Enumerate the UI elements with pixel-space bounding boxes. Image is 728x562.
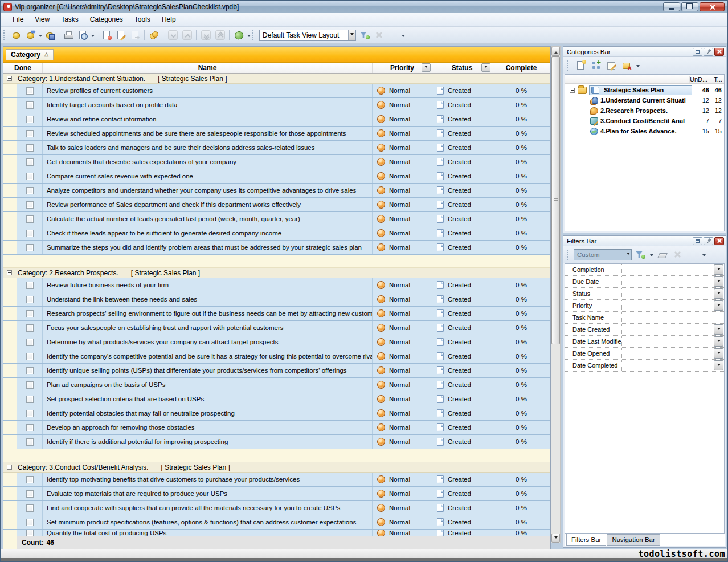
done-checkbox[interactable] — [26, 144, 34, 152]
filter-preset-dropdown[interactable] — [625, 250, 631, 260]
task-row[interactable]: Get documents that describe sales expect… — [3, 155, 550, 169]
done-checkbox[interactable] — [26, 116, 34, 123]
close-button[interactable] — [700, 2, 725, 11]
collapse-icon[interactable] — [570, 88, 575, 93]
task-row[interactable]: Analyze competitors and understand wheth… — [3, 184, 550, 198]
task-row[interactable]: Identify top-motivating benefits that dr… — [3, 473, 550, 487]
filters-restore-button[interactable] — [693, 237, 702, 245]
assign-task-button[interactable] — [147, 28, 161, 42]
done-checkbox[interactable] — [26, 424, 34, 431]
task-row[interactable]: Set minimum product specifications (feat… — [3, 515, 550, 530]
apply-layout-button[interactable] — [358, 28, 371, 42]
toolbar-grip-2[interactable] — [252, 30, 255, 40]
task-row[interactable]: Review and refine contact information No… — [3, 112, 550, 127]
new-subcategory-button[interactable] — [589, 59, 603, 72]
filter-value-input[interactable] — [622, 360, 724, 371]
done-checkbox[interactable] — [26, 201, 34, 209]
task-row[interactable]: Identify the company's competitive poten… — [3, 349, 550, 364]
tree-column-total[interactable]: T... — [709, 76, 724, 83]
chevron-down-icon[interactable] — [39, 35, 42, 39]
new-database-button[interactable] — [9, 28, 23, 42]
clear-filter-button[interactable] — [655, 248, 669, 262]
column-header-name[interactable]: Name — [43, 63, 373, 73]
filter-dropdown-button[interactable] — [714, 336, 723, 347]
collapse-icon[interactable] — [7, 465, 12, 470]
done-checkbox[interactable] — [26, 476, 34, 483]
menu-file[interactable]: File — [7, 14, 29, 26]
chevron-down-icon[interactable] — [91, 35, 95, 39]
done-checkbox[interactable] — [26, 215, 34, 223]
delete-filter-button[interactable] — [670, 248, 684, 262]
print-preview-button[interactable] — [76, 28, 89, 42]
menu-tools[interactable]: Tools — [129, 14, 156, 26]
task-row[interactable]: Set prospect selection criteria that are… — [3, 392, 550, 406]
filter-value-input[interactable] — [622, 348, 724, 359]
restore-button[interactable] — [681, 2, 698, 11]
group-by-category-button[interactable]: Category △ — [6, 49, 54, 60]
filters-pin-button[interactable] — [704, 237, 713, 245]
done-checkbox[interactable] — [26, 130, 34, 137]
move-task-button[interactable] — [128, 28, 142, 42]
chevron-down-icon[interactable] — [247, 35, 251, 39]
new-category-button[interactable] — [574, 59, 587, 72]
filter-value-input[interactable] — [622, 324, 724, 335]
move-up-button[interactable] — [180, 28, 194, 42]
scroll-down-button[interactable] — [551, 534, 560, 543]
filter-value-input[interactable] — [622, 312, 724, 323]
chevron-down-icon[interactable] — [636, 65, 640, 69]
selected-tree-item[interactable]: Strategic Sales Plan — [589, 85, 692, 95]
category-group-row[interactable]: Category: 2.Research Prospects. [ Strate… — [3, 268, 550, 278]
done-checkbox[interactable] — [26, 367, 34, 374]
task-row[interactable]: Check if these leads appear to be suffic… — [3, 226, 550, 241]
task-row[interactable]: Focus your salespeople on establishing t… — [3, 321, 550, 335]
collapse-icon[interactable] — [7, 76, 12, 81]
done-checkbox[interactable] — [26, 296, 34, 303]
task-row[interactable]: Review scheduled appointments and be sur… — [3, 127, 550, 141]
task-row[interactable]: Talk to sales leaders and managers and b… — [3, 141, 550, 155]
notifications-button[interactable] — [232, 28, 246, 42]
tree-item-row[interactable]: 2.Research Prospects. 12 12 — [565, 105, 724, 116]
grid-vertical-scrollbar[interactable] — [551, 46, 561, 543]
column-header-priority[interactable]: Priority — [373, 63, 432, 73]
done-checkbox[interactable] — [26, 381, 34, 389]
filter-dropdown-button[interactable] — [714, 360, 723, 370]
menu-categories[interactable]: Categories — [84, 14, 129, 26]
done-checkbox[interactable] — [26, 438, 34, 446]
task-row[interactable]: Compare current sales revenue with expec… — [3, 169, 550, 184]
done-checkbox[interactable] — [26, 490, 34, 498]
filter-dropdown-button[interactable] — [714, 276, 723, 287]
task-row[interactable]: Review future business needs of your fir… — [3, 278, 550, 292]
task-row[interactable]: Identify potential obstacles that may fa… — [3, 406, 550, 421]
delete-category-button[interactable] — [620, 59, 633, 72]
edit-category-button[interactable] — [604, 59, 618, 72]
task-row[interactable]: Identify if there is additional potentia… — [3, 435, 550, 449]
menu-help[interactable]: Help — [156, 14, 182, 26]
category-group-row[interactable]: Category: 3.Conduct Cost/Benefit Analysi… — [3, 462, 550, 473]
tab-navigation-bar[interactable]: Navigation Bar — [607, 534, 660, 546]
filter-preset-combo[interactable]: Custom — [574, 249, 632, 260]
done-checkbox[interactable] — [26, 158, 34, 166]
menu-view[interactable]: View — [29, 14, 55, 26]
filter-dropdown-button[interactable] — [714, 348, 723, 359]
column-header-complete[interactable]: Complete — [492, 63, 550, 73]
chevron-down-icon[interactable] — [402, 35, 405, 39]
task-row[interactable]: Research prospects' selling environment … — [3, 307, 550, 321]
tab-filters-bar[interactable]: Filters Bar — [566, 534, 606, 546]
open-database-button[interactable] — [23, 28, 37, 42]
done-checkbox[interactable] — [26, 530, 34, 536]
status-filter-button[interactable] — [481, 63, 490, 72]
done-checkbox[interactable] — [26, 310, 34, 317]
done-checkbox[interactable] — [26, 353, 34, 360]
filter-dropdown-button[interactable] — [714, 324, 723, 335]
toolbar-grip[interactable] — [3, 30, 6, 40]
done-checkbox[interactable] — [26, 504, 34, 512]
done-checkbox[interactable] — [26, 173, 34, 180]
toolbar-overflow-button[interactable] — [386, 28, 400, 42]
edit-task-button[interactable] — [114, 28, 128, 42]
tree-root-row[interactable]: Strategic Sales Plan 46 46 — [565, 85, 724, 95]
filter-value-input[interactable] — [622, 300, 724, 311]
task-row[interactable]: Quantify the total cost of producing USP… — [3, 530, 550, 536]
filter-value-input[interactable] — [622, 288, 724, 299]
done-checkbox[interactable] — [26, 101, 34, 109]
tree-item-row[interactable]: 4.Plan for Sales Advance. 15 15 — [565, 126, 724, 136]
